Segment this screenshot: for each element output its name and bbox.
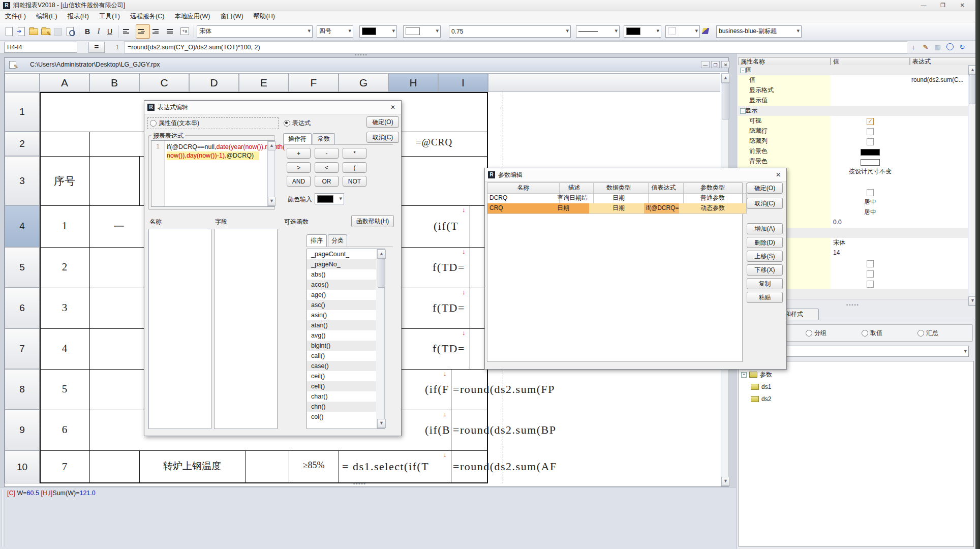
- cell-H9[interactable]: =round(ds2.sum(BP: [453, 423, 557, 437]
- checkbox-icon[interactable]: [867, 260, 874, 267]
- function-item[interactable]: asc(): [307, 300, 376, 310]
- corner-header[interactable]: [5, 73, 40, 92]
- checkbox-icon[interactable]: [867, 128, 874, 135]
- row-header-2[interactable]: 2: [5, 132, 40, 156]
- cell-A8[interactable]: 5: [40, 383, 89, 395]
- document-title-bar[interactable]: C:\Users\Administrator\Desktop\LG_GJGY.r…: [5, 58, 728, 72]
- move-up-button[interactable]: 上移(S): [747, 251, 783, 262]
- report-style-select[interactable]: business-blue-副标题: [716, 25, 802, 38]
- row-header-4[interactable]: 4: [5, 205, 40, 247]
- tab-constants[interactable]: 常数: [313, 133, 335, 144]
- checkbox-icon[interactable]: [867, 138, 874, 145]
- cell-F10[interactable]: ≥85%: [289, 460, 339, 471]
- function-item[interactable]: atan(): [307, 320, 376, 330]
- function-item[interactable]: col(): [307, 412, 376, 422]
- scroll-down-icon[interactable]: ▼: [377, 419, 386, 428]
- col-header-D[interactable]: D: [189, 73, 239, 92]
- align-center-icon[interactable]: [136, 24, 150, 39]
- minimize-button[interactable]: —: [915, 0, 932, 10]
- prop-row[interactable]: 显示格式: [737, 85, 976, 96]
- function-item[interactable]: bigint(): [307, 341, 376, 351]
- tab-category[interactable]: 分类: [328, 234, 347, 247]
- function-item[interactable]: avg(): [307, 330, 376, 341]
- cell-H10[interactable]: =round(ds2.sum(AF: [453, 460, 557, 474]
- prop-row[interactable]: -显示: [737, 106, 976, 116]
- panel-grip[interactable]: [4, 490, 5, 546]
- operator-multiply-button[interactable]: *: [343, 148, 366, 159]
- function-item[interactable]: ceil(): [307, 371, 376, 381]
- background-color-swatch[interactable]: [861, 159, 880, 166]
- add-button[interactable]: 增加(A): [747, 223, 783, 234]
- field-listbox[interactable]: [214, 229, 278, 429]
- panel-grip[interactable]: [2, 490, 3, 546]
- col-header-A[interactable]: A: [40, 73, 89, 92]
- prop-row[interactable]: 背景色: [737, 157, 976, 167]
- tree-item-ds1[interactable]: ds1: [739, 381, 973, 393]
- prop-row[interactable]: 可视✓: [737, 116, 976, 126]
- cell-A9[interactable]: 6: [40, 423, 89, 436]
- cell-A4[interactable]: 1: [40, 220, 89, 232]
- checkbox-icon[interactable]: [867, 270, 874, 278]
- prop-row[interactable]: 值round(ds2.sum(C...: [737, 75, 976, 85]
- border-color-select[interactable]: [624, 25, 661, 38]
- function-item[interactable]: _pageCount_: [307, 249, 376, 259]
- maximize-button[interactable]: ❐: [934, 0, 952, 10]
- format-painter-icon[interactable]: [701, 26, 711, 37]
- save-icon[interactable]: [53, 26, 63, 37]
- prop-row[interactable]: 隐藏列: [737, 136, 976, 146]
- cell-G7-fragment[interactable]: f(TD=: [433, 342, 465, 356]
- new-file-icon[interactable]: [4, 26, 14, 37]
- function-help-button[interactable]: 函数帮助(H): [351, 215, 394, 227]
- col-header-H[interactable]: H: [388, 73, 438, 92]
- cell-A10[interactable]: 7: [40, 461, 89, 473]
- justify-icon[interactable]: [165, 25, 178, 38]
- col-header-G[interactable]: G: [339, 73, 388, 92]
- row-header-8[interactable]: 8: [5, 369, 40, 410]
- checkbox-checked-icon[interactable]: ✓: [867, 118, 874, 125]
- col-header-B[interactable]: B: [89, 73, 139, 92]
- doc-close-button[interactable]: ✕: [721, 61, 730, 68]
- checkbox-icon[interactable]: [867, 281, 874, 288]
- function-item[interactable]: char(): [307, 391, 376, 402]
- operator-paren-button[interactable]: (: [343, 162, 366, 173]
- ok-button[interactable]: 确定(O): [747, 182, 783, 194]
- operator-not-button[interactable]: NOT: [343, 176, 366, 187]
- cell-A7[interactable]: 4: [40, 342, 89, 355]
- tree-item-ds2[interactable]: ds2: [739, 393, 973, 405]
- border-preset-select[interactable]: [665, 25, 700, 38]
- function-listbox[interactable]: _pageCount_ _pageNo_ abs() acos() age() …: [307, 249, 385, 429]
- row-header-5[interactable]: 5: [5, 247, 40, 288]
- border-width-select[interactable]: 0.75: [449, 25, 571, 38]
- panel-splitter-dots[interactable]: •••••: [846, 302, 860, 308]
- name-listbox[interactable]: [148, 229, 211, 429]
- move-down-button[interactable]: 下移(X): [747, 264, 783, 276]
- color-input-select[interactable]: [315, 193, 344, 204]
- function-item[interactable]: abs(): [307, 269, 376, 280]
- cancel-button[interactable]: 取消(C): [747, 198, 783, 209]
- row-header-10[interactable]: 10: [5, 450, 40, 483]
- cancel-button[interactable]: 取消(C): [366, 132, 399, 143]
- ok-button[interactable]: 确定(O): [366, 116, 399, 128]
- cell-G5-fragment[interactable]: f(TD=: [433, 260, 465, 274]
- open-file-icon[interactable]: [28, 26, 39, 37]
- menu-tools[interactable]: 工具(T): [94, 12, 125, 21]
- doc-restore-button[interactable]: ❐: [711, 61, 720, 68]
- menu-window[interactable]: 窗口(W): [215, 12, 248, 21]
- scroll-down-icon[interactable]: ▼: [721, 477, 730, 486]
- menu-help[interactable]: 帮助(H): [249, 12, 280, 21]
- align-left-icon[interactable]: [121, 25, 135, 38]
- operator-and-button[interactable]: AND: [287, 176, 311, 187]
- import-icon[interactable]: [16, 26, 26, 37]
- doc-minimize-button[interactable]: —: [701, 61, 710, 68]
- cell-G8-fragment[interactable]: (if(F: [425, 382, 449, 396]
- print-preview-icon[interactable]: [65, 26, 75, 37]
- tree-item-params[interactable]: + 参数: [739, 369, 973, 381]
- radio-group-by[interactable]: 分组: [806, 329, 826, 338]
- splitter-grip-dots[interactable]: •••••: [353, 481, 366, 486]
- cell-A3[interactable]: 序号: [40, 174, 89, 188]
- col-header-C[interactable]: C: [139, 73, 189, 92]
- cell-G10-wrap[interactable]: = ds1.select(if(T: [342, 460, 450, 474]
- close-icon[interactable]: ✕: [773, 170, 783, 179]
- delete-button[interactable]: 删除(D): [747, 237, 783, 248]
- col-header-I[interactable]: I: [438, 73, 488, 92]
